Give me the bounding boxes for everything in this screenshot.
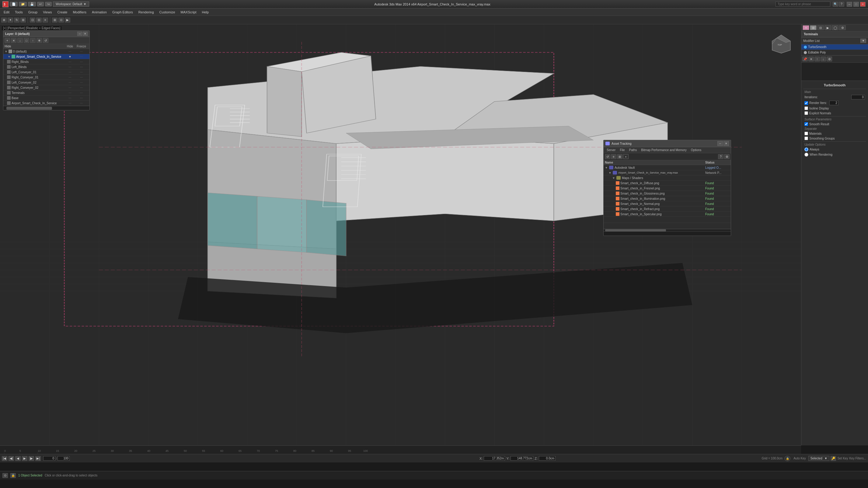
panel-motion-icon[interactable]: ▶ bbox=[825, 25, 831, 30]
pin-stack-btn[interactable]: 📌 bbox=[802, 57, 808, 61]
menu-views[interactable]: Views bbox=[40, 9, 54, 15]
menu-create[interactable]: Create bbox=[55, 9, 70, 15]
coord-z-input[interactable] bbox=[539, 456, 556, 461]
asset-close-btn[interactable]: ✕ bbox=[723, 141, 729, 146]
layer-vis-lb[interactable]: — bbox=[65, 65, 74, 68]
layers-select-btn[interactable]: □ bbox=[24, 38, 29, 43]
layers-scrollbar[interactable] bbox=[3, 106, 89, 110]
asset-help-btn[interactable]: ? bbox=[718, 154, 723, 159]
layer-row-lc02[interactable]: Left_Conveyer_02 — — bbox=[3, 80, 89, 85]
configure-btn[interactable]: ⚙ bbox=[827, 57, 832, 61]
layer-freeze-base[interactable]: — bbox=[74, 96, 88, 99]
layers-close-btn[interactable]: ✕ bbox=[83, 32, 88, 36]
layer-freeze-lc01[interactable]: — bbox=[74, 70, 88, 73]
panel-hierarchy-icon[interactable]: ⊟ bbox=[817, 25, 824, 30]
layer-vis-terms[interactable]: — bbox=[65, 91, 74, 94]
maximize-btn[interactable]: □ bbox=[854, 2, 859, 7]
layer-vis-base[interactable]: — bbox=[65, 96, 74, 99]
menu-rendering[interactable]: Rendering bbox=[136, 9, 156, 15]
isoline-checkbox[interactable] bbox=[804, 106, 808, 110]
smooth-result-checkbox[interactable] bbox=[804, 122, 808, 126]
render-iters-input[interactable] bbox=[829, 101, 838, 105]
layer-vis-0[interactable]: — bbox=[65, 50, 74, 53]
layer-freeze-0[interactable]: — bbox=[74, 50, 88, 53]
layer-row-rc01[interactable]: Right_Conveyer_01 — — bbox=[3, 75, 89, 80]
menu-customize[interactable]: Customize bbox=[157, 9, 178, 15]
new-btn[interactable]: 📄 bbox=[10, 2, 18, 6]
layer-row-airport[interactable]: ▼ Airport_Smart_Check_In_Service ■ — bbox=[3, 54, 89, 59]
layer-row-rc02[interactable]: Right_Conveyer_02 — — bbox=[3, 85, 89, 90]
total-frames-input[interactable] bbox=[58, 456, 70, 461]
layer-freeze-rb[interactable]: — bbox=[74, 60, 88, 63]
move-up-btn[interactable]: ↑ bbox=[814, 57, 820, 61]
menu-animation[interactable]: Animation bbox=[89, 9, 109, 15]
layer-row-base[interactable]: Base — — bbox=[3, 95, 89, 101]
rotate-btn[interactable]: ↻ bbox=[14, 18, 20, 23]
modifier-editable-poly[interactable]: Editable Poly bbox=[801, 50, 868, 55]
timeline-home-btn[interactable]: |◀ bbox=[2, 456, 7, 461]
workspace-selector[interactable]: Workspace: Default ▼ bbox=[53, 2, 89, 7]
selected-dropdown[interactable]: Selected ▼ bbox=[808, 456, 830, 461]
asset-menu-server[interactable]: Server bbox=[605, 148, 617, 152]
search-icon-btn[interactable]: 🔍 bbox=[833, 2, 838, 7]
layer-mgr-btn[interactable]: ⊞ bbox=[52, 18, 58, 23]
asset-thumb-btn[interactable]: ▪ bbox=[623, 154, 628, 159]
menu-graph-editors[interactable]: Graph Editors bbox=[110, 9, 135, 15]
asset-row-diffuse[interactable]: Smart_check_in_Diffuse.png Found bbox=[603, 181, 731, 186]
nav-cube[interactable]: TOP bbox=[771, 33, 792, 55]
panel-display-icon[interactable]: ◯ bbox=[832, 25, 838, 30]
layer-row-airport2[interactable]: Airport_Smart_Check_In_Service — — bbox=[3, 101, 89, 106]
when-rendering-radio[interactable] bbox=[804, 153, 808, 157]
coord-y-input[interactable] bbox=[510, 456, 533, 461]
snap-btn[interactable]: ⊡ bbox=[30, 18, 35, 23]
panel-create-icon[interactable]: ✦ bbox=[803, 25, 809, 30]
search-input[interactable] bbox=[776, 2, 830, 7]
layer-freeze-rc01[interactable]: — bbox=[74, 76, 88, 79]
layers-freeze-btn[interactable]: ❄ bbox=[36, 38, 42, 43]
move-down-btn[interactable]: ↓ bbox=[820, 57, 826, 61]
minimize-btn[interactable]: ─ bbox=[847, 2, 852, 7]
asset-hscrollbar[interactable] bbox=[603, 229, 731, 231]
modifier-expand-btn[interactable]: ▼ bbox=[860, 39, 866, 43]
viewport-3d[interactable]: [+] [Perspective] [Realistic + Edged Fac… bbox=[0, 24, 801, 446]
layers-minus-btn[interactable]: ─ bbox=[77, 32, 82, 36]
asset-settings-btn[interactable]: ⚙ bbox=[724, 154, 730, 159]
coord-x-input[interactable] bbox=[484, 456, 505, 461]
layers-scrollbar-thumb[interactable] bbox=[6, 107, 52, 110]
smoothing-groups-checkbox[interactable] bbox=[804, 136, 808, 140]
asset-row-illumination[interactable]: Smart_check_in_Illumination.png Found bbox=[603, 196, 731, 201]
explicit-normals-checkbox[interactable] bbox=[804, 111, 808, 115]
save-btn[interactable]: 💾 bbox=[28, 2, 36, 6]
timeline-prev-key-btn[interactable]: ◀| bbox=[8, 456, 14, 461]
layer-row-lc01[interactable]: Left_Conveyer_01 — — bbox=[3, 70, 89, 75]
render-iters-checkbox[interactable] bbox=[804, 101, 808, 105]
layer-vis-rc01[interactable]: — bbox=[65, 76, 74, 79]
layers-to-layer-btn[interactable]: ↑ bbox=[30, 38, 36, 43]
layer-vis-rc02[interactable]: — bbox=[65, 86, 74, 89]
modifier-turbosmooth[interactable]: TurboSmooth bbox=[801, 44, 868, 50]
menu-edit[interactable]: Edit bbox=[1, 9, 12, 15]
asset-menu-file[interactable]: File bbox=[618, 148, 626, 152]
menu-modifiers[interactable]: Modifiers bbox=[70, 9, 89, 15]
menu-tools[interactable]: Tools bbox=[12, 9, 25, 15]
menu-maxscript[interactable]: MAXScript bbox=[178, 9, 199, 15]
key-btn[interactable]: 🔑 bbox=[831, 456, 836, 461]
render-setup-btn[interactable]: ⊙ bbox=[58, 18, 64, 23]
current-frame-input[interactable] bbox=[43, 456, 55, 461]
materials-checkbox[interactable] bbox=[804, 132, 808, 135]
layer-row-right-blinds[interactable]: Right_Blinds — — bbox=[3, 59, 89, 64]
iterations-input[interactable] bbox=[851, 95, 865, 99]
align-btn[interactable]: ≡ bbox=[42, 18, 48, 23]
status-icon2[interactable]: 🔒 bbox=[10, 473, 16, 478]
asset-hscrollbar-thumb[interactable] bbox=[605, 229, 666, 231]
layers-new-btn[interactable]: + bbox=[5, 38, 10, 43]
close-btn[interactable]: ✕ bbox=[860, 2, 866, 7]
asset-list-btn[interactable]: ≡ bbox=[611, 154, 616, 159]
layer-freeze-lb[interactable]: — bbox=[74, 65, 88, 68]
asset-minimize-btn[interactable]: ─ bbox=[717, 141, 723, 146]
asset-menu-paths[interactable]: Paths bbox=[627, 148, 639, 152]
help-btn[interactable]: ? bbox=[839, 2, 844, 7]
remove-modifier-btn[interactable]: ✕ bbox=[808, 57, 814, 61]
layer-vis-airport2[interactable]: — bbox=[65, 102, 74, 105]
layer-freeze-lc02[interactable]: — bbox=[74, 81, 88, 84]
